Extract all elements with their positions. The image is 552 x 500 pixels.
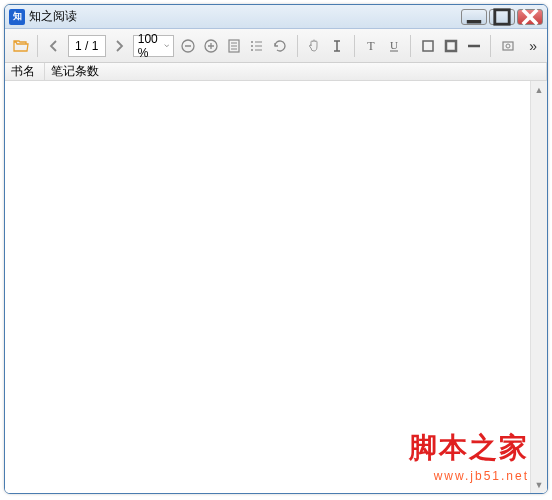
zoom-value: 100 %: [138, 32, 162, 60]
text-tool-button[interactable]: T: [361, 34, 380, 58]
vertical-scrollbar[interactable]: ▲ ▼: [530, 81, 547, 493]
notes-list-button[interactable]: [225, 34, 244, 58]
text-cursor-button[interactable]: [328, 34, 347, 58]
bookmark-button[interactable]: [248, 34, 267, 58]
separator: [354, 35, 355, 57]
titlebar[interactable]: 知 知之阅读: [5, 5, 547, 29]
line-button[interactable]: [464, 34, 483, 58]
svg-text:T: T: [367, 39, 375, 53]
minimize-button[interactable]: [461, 9, 487, 25]
filled-rectangle-button[interactable]: [441, 34, 460, 58]
scroll-down-icon[interactable]: ▼: [531, 476, 547, 493]
list-header: 书名 笔记条数: [5, 63, 547, 81]
page-input[interactable]: 1 / 1: [68, 35, 106, 57]
separator: [297, 35, 298, 57]
zoom-out-button[interactable]: [178, 34, 197, 58]
separator: [37, 35, 38, 57]
svg-point-13: [251, 41, 253, 43]
open-button[interactable]: [11, 34, 30, 58]
next-page-button[interactable]: [110, 34, 129, 58]
underline-button[interactable]: U: [384, 34, 403, 58]
svg-rect-28: [503, 42, 513, 50]
column-header-notes[interactable]: 笔记条数: [45, 63, 547, 80]
watermark-url: www.jb51.net: [409, 469, 529, 483]
close-button[interactable]: [517, 9, 543, 25]
toolbar: 1 / 1 100 % T: [5, 29, 547, 63]
refresh-button[interactable]: [271, 34, 290, 58]
scroll-track[interactable]: [531, 98, 547, 476]
prev-page-button[interactable]: [45, 34, 64, 58]
app-window: 知 知之阅读 1 / 1 100 %: [4, 4, 548, 494]
svg-text:U: U: [390, 39, 398, 51]
content-area: 书名 笔记条数 ▲ ▼ 脚本之家 www.jb51.net: [5, 63, 547, 493]
stamp-button[interactable]: [498, 34, 517, 58]
svg-point-15: [251, 49, 253, 51]
svg-rect-1: [495, 9, 509, 23]
separator: [490, 35, 491, 57]
svg-rect-25: [423, 41, 433, 51]
separator: [410, 35, 411, 57]
maximize-button[interactable]: [489, 9, 515, 25]
window-title: 知之阅读: [29, 8, 461, 25]
watermark-text: 脚本之家: [409, 429, 529, 467]
app-icon: 知: [9, 9, 25, 25]
svg-rect-26: [446, 41, 456, 51]
svg-point-29: [506, 44, 510, 48]
svg-point-14: [251, 45, 253, 47]
list-body: ▲ ▼ 脚本之家 www.jb51.net: [5, 81, 547, 493]
scroll-up-icon[interactable]: ▲: [531, 81, 547, 98]
column-header-name[interactable]: 书名: [5, 63, 45, 80]
more-button[interactable]: »: [525, 38, 541, 54]
chevron-down-icon: [164, 42, 170, 50]
watermark: 脚本之家 www.jb51.net: [409, 429, 529, 483]
hand-tool-button[interactable]: [305, 34, 324, 58]
window-controls: [461, 9, 543, 25]
rectangle-button[interactable]: [418, 34, 437, 58]
zoom-in-button[interactable]: [202, 34, 221, 58]
zoom-input[interactable]: 100 %: [133, 35, 175, 57]
